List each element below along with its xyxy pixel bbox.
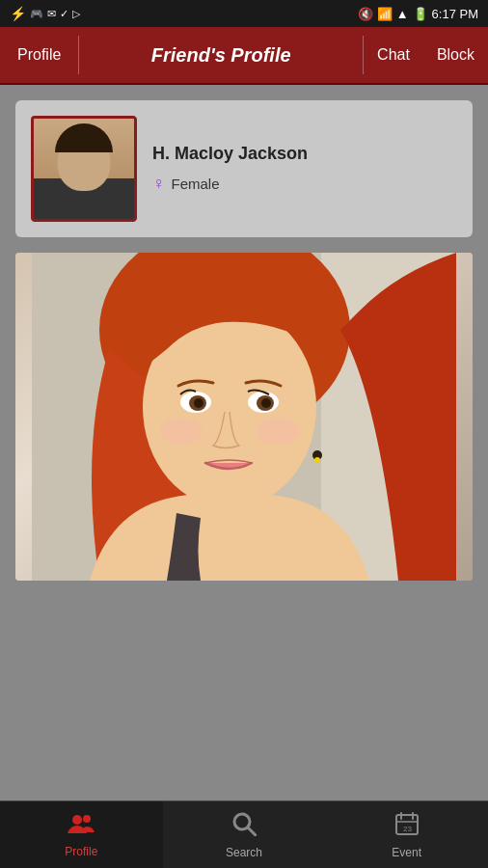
network-icon: ▲: [396, 7, 409, 21]
profile-card: H. Macloy Jackson ♀ Female: [15, 100, 473, 237]
svg-point-15: [72, 815, 82, 825]
check-icon: ✓: [60, 8, 68, 20]
tab-search-label: Search: [226, 846, 262, 859]
sms-icon: ✉: [47, 8, 56, 20]
svg-point-16: [83, 815, 91, 823]
svg-line-18: [248, 827, 256, 835]
profile-photo[interactable]: [15, 253, 473, 581]
svg-text:23: 23: [403, 825, 412, 833]
svg-point-14: [314, 457, 320, 463]
svg-point-10: [261, 398, 271, 408]
play-icon: ▷: [72, 8, 80, 20]
profile-info: H. Macloy Jackson ♀ Female: [152, 144, 457, 194]
block-button[interactable]: Block: [423, 27, 488, 83]
battery-icon: 🔋: [413, 7, 428, 21]
usb-icon: ⚡: [10, 6, 26, 21]
gender-label: Female: [172, 176, 220, 192]
tab-profile-label: Profile: [65, 845, 97, 858]
tab-event[interactable]: 23 Event: [325, 801, 488, 868]
avatar: [31, 116, 137, 222]
status-bar-left: ⚡ 🎮 ✉ ✓ ▷: [10, 6, 80, 21]
tab-search[interactable]: Search: [163, 801, 326, 868]
profile-tab-icon: [68, 812, 95, 841]
wifi-icon: 📶: [377, 7, 393, 21]
profile-name: H. Macloy Jackson: [152, 144, 457, 164]
game-icon: 🎮: [30, 8, 43, 20]
gender-icon: ♀: [152, 174, 166, 194]
portrait-bg: [15, 253, 473, 581]
tab-profile[interactable]: Profile: [0, 801, 163, 868]
search-tab-icon: [231, 811, 257, 842]
main-content: H. Macloy Jackson ♀ Female: [0, 85, 488, 800]
time-display: 6:17 PM: [432, 7, 478, 21]
signal-mute-icon: 🔇: [358, 7, 373, 21]
svg-point-12: [257, 418, 299, 445]
svg-point-11: [160, 418, 203, 445]
event-tab-icon: 23: [394, 811, 420, 842]
chat-button[interactable]: Chat: [364, 27, 423, 83]
portrait-svg: [15, 253, 473, 581]
tab-bar: Profile Search 23 Event: [0, 800, 488, 868]
nav-bar: Profile Friend's Profile Chat Block: [0, 27, 488, 85]
tab-event-label: Event: [392, 846, 421, 859]
svg-point-9: [194, 398, 203, 408]
avatar-face-bg: [34, 119, 134, 219]
nav-title: Friend's Profile: [79, 44, 363, 67]
status-bar: ⚡ 🎮 ✉ ✓ ▷ 🔇 📶 ▲ 🔋 6:17 PM: [0, 0, 488, 27]
profile-gender: ♀ Female: [152, 174, 457, 194]
profile-button[interactable]: Profile: [0, 27, 78, 83]
status-bar-right: 🔇 📶 ▲ 🔋 6:17 PM: [358, 7, 478, 21]
